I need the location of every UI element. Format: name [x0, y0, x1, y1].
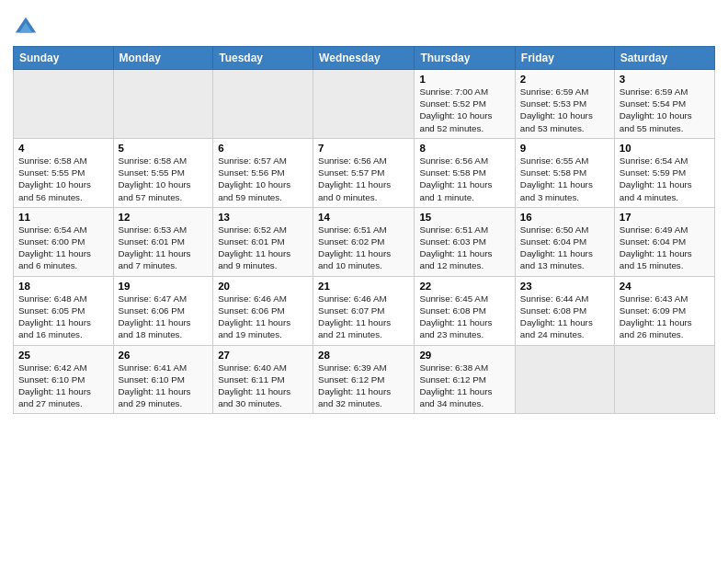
day-number: 15: [419, 212, 509, 223]
day-number: 14: [318, 212, 409, 223]
day-number: 3: [620, 74, 710, 85]
header-row: [13, 9, 715, 40]
week-row-2: 4Sunrise: 6:58 AM Sunset: 5:55 PM Daylig…: [14, 138, 715, 207]
day-detail: Sunrise: 6:42 AM Sunset: 6:10 PM Dayligh…: [18, 362, 108, 410]
day-number: 28: [318, 350, 409, 361]
day-detail: Sunrise: 6:47 AM Sunset: 6:06 PM Dayligh…: [119, 293, 209, 341]
day-number: 5: [119, 143, 209, 154]
day-number: 7: [318, 143, 409, 154]
day-number: 20: [218, 281, 308, 292]
week-row-1: 1Sunrise: 7:00 AM Sunset: 5:52 PM Daylig…: [14, 70, 715, 139]
day-detail: Sunrise: 6:46 AM Sunset: 6:06 PM Dayligh…: [218, 293, 308, 341]
calendar-cell: 12Sunrise: 6:53 AM Sunset: 6:01 PM Dayli…: [113, 207, 213, 276]
day-detail: Sunrise: 6:59 AM Sunset: 5:54 PM Dayligh…: [620, 86, 710, 134]
day-header-tuesday: Tuesday: [213, 47, 313, 70]
day-number: 10: [620, 143, 710, 154]
calendar-cell: 24Sunrise: 6:43 AM Sunset: 6:09 PM Dayli…: [614, 276, 714, 345]
day-header-monday: Monday: [113, 47, 213, 70]
calendar-cell: 4Sunrise: 6:58 AM Sunset: 5:55 PM Daylig…: [14, 138, 114, 207]
day-number: 22: [419, 281, 509, 292]
calendar-cell: 26Sunrise: 6:41 AM Sunset: 6:10 PM Dayli…: [113, 345, 213, 414]
day-number: 21: [318, 281, 409, 292]
calendar-cell: 17Sunrise: 6:49 AM Sunset: 6:04 PM Dayli…: [614, 207, 714, 276]
calendar-cell: 27Sunrise: 6:40 AM Sunset: 6:11 PM Dayli…: [213, 345, 313, 414]
day-number: 19: [119, 281, 209, 292]
day-detail: Sunrise: 6:46 AM Sunset: 6:07 PM Dayligh…: [318, 293, 409, 341]
day-detail: Sunrise: 6:40 AM Sunset: 6:11 PM Dayligh…: [218, 362, 308, 410]
day-number: 27: [218, 350, 308, 361]
day-detail: Sunrise: 6:53 AM Sunset: 6:01 PM Dayligh…: [119, 224, 209, 272]
page-container: SundayMondayTuesdayWednesdayThursdayFrid…: [0, 0, 728, 419]
calendar-cell: 10Sunrise: 6:54 AM Sunset: 5:59 PM Dayli…: [614, 138, 714, 207]
day-detail: Sunrise: 6:52 AM Sunset: 6:01 PM Dayligh…: [218, 224, 308, 272]
day-number: 8: [419, 143, 509, 154]
day-number: 13: [218, 212, 308, 223]
calendar-cell: 25Sunrise: 6:42 AM Sunset: 6:10 PM Dayli…: [14, 345, 114, 414]
day-detail: Sunrise: 6:51 AM Sunset: 6:03 PM Dayligh…: [419, 224, 509, 272]
day-detail: Sunrise: 7:00 AM Sunset: 5:52 PM Dayligh…: [419, 86, 509, 134]
calendar-cell: 18Sunrise: 6:48 AM Sunset: 6:05 PM Dayli…: [14, 276, 114, 345]
calendar-header-row: SundayMondayTuesdayWednesdayThursdayFrid…: [14, 47, 715, 70]
calendar-cell: 6Sunrise: 6:57 AM Sunset: 5:56 PM Daylig…: [213, 138, 313, 207]
calendar-cell: [614, 345, 714, 414]
calendar-cell: 29Sunrise: 6:38 AM Sunset: 6:12 PM Dayli…: [415, 345, 515, 414]
day-number: 18: [18, 281, 108, 292]
day-number: 17: [620, 212, 710, 223]
calendar-cell: 20Sunrise: 6:46 AM Sunset: 6:06 PM Dayli…: [213, 276, 313, 345]
day-number: 6: [218, 143, 308, 154]
calendar-cell: 13Sunrise: 6:52 AM Sunset: 6:01 PM Dayli…: [213, 207, 313, 276]
calendar-cell: 9Sunrise: 6:55 AM Sunset: 5:58 PM Daylig…: [515, 138, 614, 207]
calendar-cell: 8Sunrise: 6:56 AM Sunset: 5:58 PM Daylig…: [415, 138, 515, 207]
calendar-cell: 22Sunrise: 6:45 AM Sunset: 6:08 PM Dayli…: [415, 276, 515, 345]
calendar-cell: [515, 345, 614, 414]
day-detail: Sunrise: 6:55 AM Sunset: 5:58 PM Dayligh…: [520, 155, 609, 203]
calendar-cell: 2Sunrise: 6:59 AM Sunset: 5:53 PM Daylig…: [515, 70, 614, 139]
calendar-cell: 7Sunrise: 6:56 AM Sunset: 5:57 PM Daylig…: [313, 138, 415, 207]
day-detail: Sunrise: 6:58 AM Sunset: 5:55 PM Dayligh…: [18, 155, 108, 203]
day-header-sunday: Sunday: [14, 47, 114, 70]
calendar-cell: 15Sunrise: 6:51 AM Sunset: 6:03 PM Dayli…: [415, 207, 515, 276]
day-number: 23: [520, 281, 609, 292]
day-number: 24: [620, 281, 710, 292]
day-detail: Sunrise: 6:45 AM Sunset: 6:08 PM Dayligh…: [419, 293, 509, 341]
day-header-friday: Friday: [515, 47, 614, 70]
day-detail: Sunrise: 6:59 AM Sunset: 5:53 PM Dayligh…: [520, 86, 609, 134]
day-detail: Sunrise: 6:54 AM Sunset: 5:59 PM Dayligh…: [620, 155, 710, 203]
day-detail: Sunrise: 6:58 AM Sunset: 5:55 PM Dayligh…: [119, 155, 209, 203]
day-number: 4: [18, 143, 108, 154]
day-number: 12: [119, 212, 209, 223]
calendar-cell: 14Sunrise: 6:51 AM Sunset: 6:02 PM Dayli…: [313, 207, 415, 276]
day-number: 29: [419, 350, 509, 361]
calendar-cell: 3Sunrise: 6:59 AM Sunset: 5:54 PM Daylig…: [614, 70, 714, 139]
calendar-cell: [113, 70, 213, 139]
day-detail: Sunrise: 6:57 AM Sunset: 5:56 PM Dayligh…: [218, 155, 308, 203]
day-detail: Sunrise: 6:56 AM Sunset: 5:57 PM Dayligh…: [318, 155, 409, 203]
calendar-cell: 5Sunrise: 6:58 AM Sunset: 5:55 PM Daylig…: [113, 138, 213, 207]
day-detail: Sunrise: 6:49 AM Sunset: 6:04 PM Dayligh…: [620, 224, 710, 272]
calendar-cell: 11Sunrise: 6:54 AM Sunset: 6:00 PM Dayli…: [14, 207, 114, 276]
logo: [13, 15, 42, 40]
day-detail: Sunrise: 6:54 AM Sunset: 6:00 PM Dayligh…: [18, 224, 108, 272]
day-number: 11: [18, 212, 108, 223]
day-detail: Sunrise: 6:51 AM Sunset: 6:02 PM Dayligh…: [318, 224, 409, 272]
day-number: 16: [520, 212, 609, 223]
week-row-3: 11Sunrise: 6:54 AM Sunset: 6:00 PM Dayli…: [14, 207, 715, 276]
calendar-cell: 23Sunrise: 6:44 AM Sunset: 6:08 PM Dayli…: [515, 276, 614, 345]
day-header-thursday: Thursday: [415, 47, 515, 70]
week-row-4: 18Sunrise: 6:48 AM Sunset: 6:05 PM Dayli…: [14, 276, 715, 345]
day-header-wednesday: Wednesday: [313, 47, 415, 70]
day-number: 1: [419, 74, 509, 85]
calendar-cell: 28Sunrise: 6:39 AM Sunset: 6:12 PM Dayli…: [313, 345, 415, 414]
day-detail: Sunrise: 6:41 AM Sunset: 6:10 PM Dayligh…: [119, 362, 209, 410]
day-detail: Sunrise: 6:56 AM Sunset: 5:58 PM Dayligh…: [419, 155, 509, 203]
day-number: 26: [119, 350, 209, 361]
day-header-saturday: Saturday: [614, 47, 714, 70]
day-detail: Sunrise: 6:44 AM Sunset: 6:08 PM Dayligh…: [520, 293, 609, 341]
calendar-table: SundayMondayTuesdayWednesdayThursdayFrid…: [13, 46, 715, 414]
day-number: 25: [18, 350, 108, 361]
calendar-cell: [14, 70, 114, 139]
day-number: 2: [520, 74, 609, 85]
logo-icon: [13, 15, 39, 40]
week-row-5: 25Sunrise: 6:42 AM Sunset: 6:10 PM Dayli…: [14, 345, 715, 414]
calendar-cell: 19Sunrise: 6:47 AM Sunset: 6:06 PM Dayli…: [113, 276, 213, 345]
